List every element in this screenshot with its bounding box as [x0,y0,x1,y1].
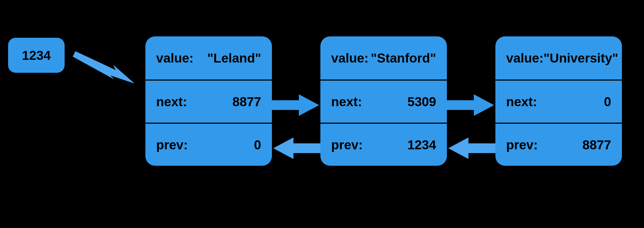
prev-label: prev: [331,137,363,152]
value-label: value: [331,51,369,65]
arrow-prev-2-to-1 [447,135,495,162]
svg-marker-1 [272,94,319,116]
node-1-prev-row: prev: 1234 [320,123,447,166]
head-address: 1234 [22,48,51,63]
svg-marker-2 [273,137,320,159]
value-label: value: [506,51,544,65]
next-label: next: [331,94,362,109]
svg-marker-4 [448,137,495,159]
node-1-value-row: value: "Stanford" [320,36,447,80]
node-0-next: 8877 [232,94,261,109]
node-2-next: 0 [604,94,611,109]
node-2-prev: 8877 [582,137,611,152]
arrow-next-1-to-2 [447,92,495,119]
node-2-value: "University" [544,51,618,65]
node-0-prev-row: prev: 0 [145,123,272,166]
node-2-value-row: value: "University" [495,36,622,80]
node-1-value: "Stanford" [371,51,436,65]
node-2: value: "University" next: 0 prev: 8877 [495,36,622,166]
next-label: next: [506,94,537,109]
node-1: value: "Stanford" next: 5309 prev: 1234 [320,36,447,166]
node-1-next: 5309 [407,94,436,109]
node-0: value: "Leland" next: 8877 prev: 0 [145,36,272,166]
node-0-value-row: value: "Leland" [145,36,272,80]
prev-label: prev: [156,137,188,152]
value-label: value: [156,51,194,65]
svg-marker-3 [447,94,494,116]
prev-label: prev: [506,137,538,152]
head-pointer-box: 1234 [8,38,65,73]
node-2-prev-row: prev: 8877 [495,123,622,166]
node-0-value: "Leland" [207,51,261,65]
arrow-prev-1-to-0 [272,135,320,162]
node-1-prev: 1234 [407,137,436,152]
arrow-next-0-to-1 [272,92,320,119]
node-0-next-row: next: 8877 [145,80,272,123]
node-1-next-row: next: 5309 [320,80,447,123]
svg-marker-0 [73,51,135,84]
arrow-head-to-node0 [70,49,140,86]
node-2-next-row: next: 0 [495,80,622,123]
node-0-prev: 0 [254,137,261,152]
next-label: next: [156,94,187,109]
